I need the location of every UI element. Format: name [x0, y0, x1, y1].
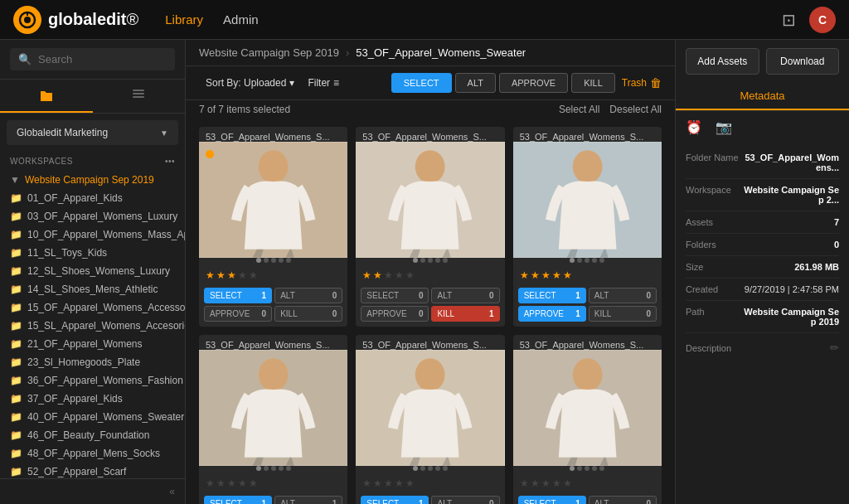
kill-action-btn[interactable]: KILL	[571, 73, 615, 93]
star-rating[interactable]: ★★★★★	[356, 474, 504, 492]
asset-card[interactable]: 53_OF_Apparel_Womens_S... ★★★★★ SELECT 1…	[199, 335, 347, 504]
image-dot[interactable]	[271, 258, 276, 263]
card-alt-btn[interactable]: ALT 0	[589, 288, 657, 303]
folder-item[interactable]: 📁 46_OF_Beauty_Foundation	[0, 426, 185, 444]
card-kill-btn[interactable]: KILL 1	[431, 306, 499, 322]
image-dot[interactable]	[420, 466, 425, 471]
select-all-link[interactable]: Select All	[559, 104, 599, 115]
card-alt-btn[interactable]: ALT 1	[274, 496, 342, 504]
folder-item[interactable]: 📁 15_SL_Apparel_Womens_Accesories	[0, 317, 185, 335]
card-alt-btn[interactable]: ALT 0	[274, 288, 342, 303]
image-dot[interactable]	[585, 258, 589, 263]
alt-action-btn[interactable]: ALT	[455, 73, 496, 93]
select-action-btn[interactable]: SELECT	[391, 73, 452, 93]
card-select-btn[interactable]: SELECT 1	[361, 496, 429, 504]
image-dot[interactable]	[271, 466, 276, 471]
card-select-btn[interactable]: SELECT 1	[518, 496, 586, 504]
folder-item[interactable]: 📁 37_OF_Apparel_Kids	[0, 390, 185, 408]
star-rating[interactable]: ★★★★★	[513, 474, 662, 492]
search-input-wrap[interactable]: 🔍	[10, 48, 175, 70]
search-input[interactable]	[38, 53, 167, 65]
info-icon[interactable]: ⏰	[686, 119, 702, 135]
monitor-icon[interactable]: ⊡	[782, 10, 796, 30]
star-rating[interactable]: ★★★★★	[199, 474, 347, 492]
image-dot[interactable]	[428, 466, 433, 471]
folder-item[interactable]: ▼ Website Campaign Sep 2019	[0, 171, 185, 189]
card-alt-btn[interactable]: ALT 0	[589, 496, 657, 504]
folder-item[interactable]: 📁 52_OF_Apparel_Scarf	[0, 463, 185, 478]
card-kill-btn[interactable]: KILL 0	[274, 306, 342, 322]
image-dot[interactable]	[592, 258, 597, 263]
folder-item[interactable]: 📁 48_OF_Apparel_Mens_Socks	[0, 444, 185, 463]
edit-icon[interactable]: ✏	[830, 342, 839, 354]
image-dot[interactable]	[264, 466, 269, 471]
image-dot[interactable]	[279, 258, 284, 263]
card-select-btn[interactable]: SELECT 1	[204, 496, 272, 504]
sidebar-tab-layers[interactable]	[93, 80, 186, 113]
star-rating[interactable]: ★★★★★	[513, 266, 662, 284]
image-dot[interactable]	[428, 258, 433, 263]
card-approve-btn[interactable]: APPROVE 0	[361, 306, 429, 322]
image-dot[interactable]	[420, 258, 425, 263]
image-dot[interactable]	[443, 258, 448, 263]
sidebar-tab-folder[interactable]	[0, 80, 93, 113]
add-assets-button[interactable]: Add Assets	[686, 48, 759, 75]
user-avatar[interactable]: C	[809, 7, 836, 33]
asset-card[interactable]: 53_OF_Apparel_Womens_S... ★★★★★ SELECT 0…	[356, 127, 504, 327]
folder-item[interactable]: 📁 10_OF_Apparel_Womens_Mass_Appeal	[0, 225, 185, 244]
image-dot[interactable]	[443, 466, 448, 471]
star-rating[interactable]: ★★★★★	[199, 266, 347, 284]
metadata-tab[interactable]: Metadata	[676, 83, 849, 110]
star-rating[interactable]: ★★★★★	[356, 266, 504, 284]
asset-card[interactable]: 53_OF_Apparel_Womens_S... ★★★★★ SELECT 1…	[513, 335, 662, 504]
image-dot[interactable]	[256, 258, 261, 263]
folder-item[interactable]: 📁 40_OF_Apparel_Womens_Sweater	[0, 408, 185, 426]
card-approve-btn[interactable]: APPROVE 0	[204, 306, 272, 322]
breadcrumb-parent[interactable]: Website Campaign Sep 2019	[199, 46, 339, 59]
asset-card[interactable]: 53_OF_Apparel_Womens_S... ★★★★★ SELECT 1…	[356, 335, 504, 504]
asset-card[interactable]: 53_OF_Apparel_Womens_S... ★★★★★ SELECT 1…	[513, 127, 662, 327]
sidebar-collapse-btn[interactable]: «	[0, 478, 185, 504]
image-dot[interactable]	[599, 258, 604, 263]
image-dot[interactable]	[279, 466, 284, 471]
trash-button[interactable]: Trash 🗑	[622, 76, 662, 90]
nav-admin[interactable]: Admin	[223, 12, 259, 27]
camera-icon[interactable]: 📷	[716, 119, 732, 135]
card-select-btn[interactable]: SELECT 1	[518, 288, 586, 303]
workspace-selector[interactable]: Globaledit Marketing ▼	[7, 120, 178, 145]
folder-item[interactable]: 📁 21_OF_Apparel_Womens	[0, 335, 185, 353]
approve-action-btn[interactable]: APPROVE	[499, 73, 568, 93]
image-dot[interactable]	[435, 466, 440, 471]
image-dot[interactable]	[264, 258, 269, 263]
image-dot[interactable]	[435, 258, 440, 263]
card-approve-btn[interactable]: APPROVE 1	[518, 306, 586, 322]
folder-item[interactable]: 📁 12_SL_Shoes_Womens_Luxury	[0, 262, 185, 280]
folder-item[interactable]: 📁 01_OF_Apparel_Kids	[0, 189, 185, 207]
image-dot[interactable]	[570, 258, 575, 263]
folder-item[interactable]: 📁 36_OF_Apparel_Womens_Fashion	[0, 371, 185, 390]
image-dot[interactable]	[577, 466, 582, 471]
image-dot[interactable]	[413, 258, 418, 263]
folder-item[interactable]: 📁 14_SL_Shoes_Mens_Athletic	[0, 280, 185, 298]
image-dot[interactable]	[577, 258, 582, 263]
nav-library[interactable]: Library	[165, 12, 203, 27]
folder-item[interactable]: 📁 11_SL_Toys_Kids	[0, 244, 185, 262]
workspaces-menu-icon[interactable]: •••	[165, 157, 175, 166]
image-dot[interactable]	[585, 466, 589, 471]
asset-card[interactable]: 53_OF_Apparel_Womens_S... ★★★★★ SELECT 1…	[199, 127, 347, 327]
folder-item[interactable]: 📁 23_Sl_Homegoods_Plate	[0, 353, 185, 371]
sort-button[interactable]: Sort By: Uploaded ▾	[199, 74, 301, 92]
filter-button[interactable]: Filter ≡	[308, 77, 339, 89]
image-dot[interactable]	[256, 466, 261, 471]
card-alt-btn[interactable]: ALT 0	[431, 496, 499, 504]
image-dot[interactable]	[413, 466, 418, 471]
card-alt-btn[interactable]: ALT 0	[431, 288, 499, 303]
folder-item[interactable]: 📁 03_OF_Apparel_Womens_Luxury	[0, 207, 185, 225]
image-dot[interactable]	[592, 466, 597, 471]
deselect-all-link[interactable]: Deselect All	[609, 104, 662, 115]
download-button[interactable]: Download	[766, 48, 840, 75]
image-dot[interactable]	[286, 466, 291, 471]
card-kill-btn[interactable]: KILL 0	[589, 306, 657, 322]
card-select-btn[interactable]: SELECT 1	[204, 288, 272, 303]
card-select-btn[interactable]: SELECT 0	[361, 288, 429, 303]
